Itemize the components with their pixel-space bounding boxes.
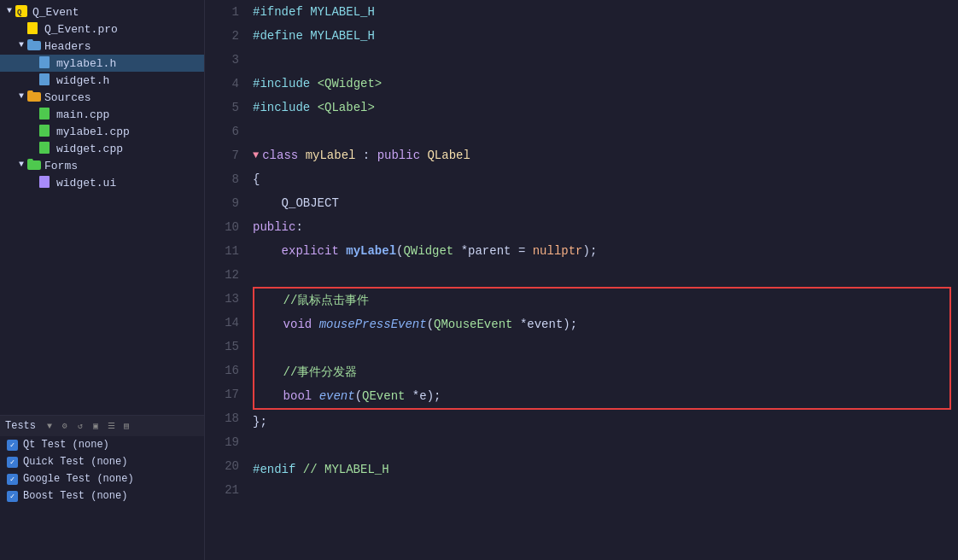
code-line-8: { — [253, 167, 951, 191]
test-item-google[interactable]: Google Test (none) — [0, 470, 204, 487]
code-line-4: #include <QWidget> — [253, 72, 951, 96]
test-item-qt[interactable]: Qt Test (none) — [0, 436, 204, 453]
token-include-1: #include — [253, 72, 318, 96]
tree-item-widget-ui[interactable]: widget.ui — [0, 174, 204, 191]
token-colon: : — [355, 143, 377, 167]
file-tree: ▼ Q Q_Event Q_Event.pro ▼ Headers — [0, 0, 204, 415]
sources-folder-icon — [27, 90, 41, 104]
token-mylabel-class: myLabel — [306, 143, 356, 167]
svg-rect-4 — [39, 73, 50, 85]
tests-icon-2[interactable]: ⚙ — [58, 419, 72, 433]
collapse-arrow-7[interactable]: ▼ — [253, 143, 259, 167]
token-event: event — [319, 384, 355, 408]
token-nullptr: nullptr — [533, 239, 583, 263]
token-qwidget: <QWidget> — [318, 72, 383, 96]
highlight-region: //鼠标点击事件 void mousePressEvent(QMouseEven… — [253, 287, 951, 410]
code-line-9: Q_OBJECT — [253, 191, 951, 215]
token-paren-2: ( — [427, 312, 434, 336]
tree-arrow-project: ▼ — [3, 6, 15, 18]
ln-17: 17 — [205, 382, 246, 406]
test-checkbox-quick[interactable] — [7, 457, 18, 468]
headers-label: Headers — [44, 40, 91, 53]
ln-4: 4 — [205, 72, 246, 96]
token-star-e: *e); — [405, 384, 441, 408]
tree-item-headers[interactable]: ▼ Headers — [0, 38, 204, 55]
widget-cpp-name: widget.cpp — [56, 143, 123, 155]
token-define: #define — [253, 24, 310, 48]
cpp-file-icon-2 — [39, 125, 53, 138]
forms-label: Forms — [44, 160, 78, 172]
tree-item-widget-cpp[interactable]: widget.cpp — [0, 140, 204, 157]
mylabel-h-name: mylabel.h — [56, 57, 116, 70]
tree-item-forms[interactable]: ▼ Forms — [0, 157, 204, 174]
tests-icon-3[interactable]: ↺ — [73, 419, 87, 433]
token-colon-2: : — [295, 215, 302, 239]
tree-item-sources[interactable]: ▼ Sources — [0, 89, 204, 106]
code-line-11: explicit myLabel(QWidget *parent = nullp… — [253, 239, 951, 263]
token-mylabel-h-2: MYLABEL_H — [310, 24, 375, 48]
svg-rect-2 — [27, 22, 38, 34]
tree-item-project[interactable]: ▼ Q Q_Event — [0, 3, 204, 20]
code-line-20: #endif // MYLABEL_H — [253, 458, 951, 481]
code-line-3 — [253, 48, 951, 72]
svg-rect-7 — [39, 142, 50, 154]
ln-14: 14 — [205, 311, 246, 335]
ln-1: 1 — [205, 0, 246, 24]
code-line-14: void mousePressEvent(QMouseEvent *event)… — [254, 312, 949, 336]
token-brace-open: { — [253, 167, 260, 191]
ln-3: 3 — [205, 48, 246, 72]
mylabel-cpp-name: mylabel.cpp — [56, 125, 130, 138]
tree-item-mylabel-cpp[interactable]: mylabel.cpp — [0, 123, 204, 140]
code-line-18: }; — [253, 410, 951, 434]
code-line-13: //鼠标点击事件 — [254, 289, 949, 312]
cpp-file-icon — [39, 108, 53, 121]
token-mousepressevent: mousePressEvent — [319, 312, 427, 336]
svg-rect-3 — [39, 56, 50, 68]
token-brace-semi: }; — [253, 410, 267, 434]
widget-h-name: widget.h — [56, 74, 109, 87]
svg-rect-8 — [39, 176, 50, 188]
tree-item-main-cpp[interactable]: main.cpp — [0, 106, 204, 123]
token-comment-2: //事件分发器 — [283, 360, 358, 384]
test-checkbox-boost[interactable] — [7, 491, 18, 502]
token-void: void — [283, 312, 319, 336]
tests-icon-4[interactable]: ▣ — [89, 419, 102, 433]
tree-item-mylabel-h[interactable]: mylabel.h — [0, 55, 204, 72]
ln-16: 16 — [205, 359, 246, 382]
code-line-17: bool event(QEvent *e); — [254, 384, 949, 408]
test-label-quick: Quick Test (none) — [23, 456, 127, 468]
token-qmouseevent: QMouseEvent — [434, 312, 512, 336]
code-editor[interactable]: 1 2 3 4 5 6 7 8 9 10 11 12 13 14 15 16 1… — [205, 0, 958, 560]
token-endif: #endif — [253, 458, 303, 481]
ln-9: 9 — [205, 191, 246, 215]
tree-arrow-headers: ▼ — [15, 40, 27, 52]
code-line-15 — [254, 336, 949, 360]
token-bool: bool — [283, 384, 319, 408]
h-file-icon-2 — [39, 73, 53, 87]
test-checkbox-qt[interactable] — [7, 440, 18, 451]
tests-icon-1[interactable]: ▼ — [43, 419, 56, 433]
token-qlabel: <QLabel> — [318, 96, 375, 120]
token-qobject: Q_OBJECT — [282, 191, 339, 215]
tests-icon-5[interactable]: ☰ — [104, 419, 118, 433]
ln-10: 10 — [205, 215, 246, 239]
tree-item-pro[interactable]: Q_Event.pro — [0, 20, 204, 38]
test-checkbox-google[interactable] — [7, 474, 18, 485]
ln-18: 18 — [205, 406, 246, 430]
tree-arrow-sources: ▼ — [15, 91, 27, 103]
tree-item-widget-h[interactable]: widget.h — [0, 72, 204, 89]
ln-7: 7 — [205, 143, 246, 167]
svg-rect-6 — [39, 125, 50, 137]
token-include-2: #include — [253, 96, 318, 120]
tests-icon-6[interactable]: ▤ — [120, 419, 133, 433]
code-content: 1 2 3 4 5 6 7 8 9 10 11 12 13 14 15 16 1… — [205, 0, 958, 560]
tests-label: Tests — [5, 420, 36, 432]
ln-13: 13 — [205, 287, 246, 311]
token-paren-3: ( — [355, 384, 362, 408]
token-endif-comment: // MYLABEL_H — [303, 458, 389, 481]
test-item-boost[interactable]: Boost Test (none) — [0, 487, 204, 505]
test-label-qt: Qt Test (none) — [23, 439, 109, 451]
test-item-quick[interactable]: Quick Test (none) — [0, 453, 204, 470]
h-file-icon — [39, 56, 53, 70]
forms-folder-icon — [27, 159, 41, 172]
